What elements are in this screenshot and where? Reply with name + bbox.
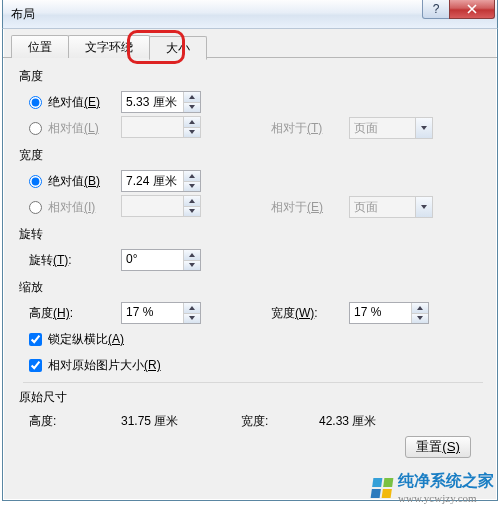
spin-down-icon[interactable] (184, 102, 200, 113)
width-relative-to-label: 相对于(E) (271, 199, 349, 216)
group-scale-title: 缩放 (19, 279, 483, 296)
watermark-text: 纯净系统之家 (398, 471, 494, 492)
close-icon (467, 4, 477, 14)
relative-original-label: 相对原始图片大小(R) (48, 357, 161, 374)
watermark-logo-icon (371, 478, 394, 498)
group-original-title: 原始尺寸 (19, 389, 483, 406)
height-relative-to-label: 相对于(T) (271, 120, 349, 137)
width-absolute-spin[interactable]: 7.24 厘米 (121, 170, 201, 192)
tab-size[interactable]: 大小 (149, 36, 207, 60)
scale-width-spin[interactable]: 17 % (349, 302, 429, 324)
help-button[interactable]: ? (422, 0, 450, 19)
width-relative-label: 相对值(I) (48, 199, 95, 216)
original-width-label: 宽度: (241, 413, 319, 430)
tab-bar: 位置 文字环绕 大小 (3, 29, 497, 58)
titlebar: 布局 ? (2, 0, 498, 29)
rotate-spin[interactable]: 0° (121, 249, 201, 271)
width-relative-spin (121, 195, 201, 217)
original-height-value: 31.75 厘米 (121, 413, 241, 430)
height-relative-label: 相对值(L) (48, 120, 99, 137)
spin-up-icon[interactable] (184, 92, 200, 102)
lock-aspect-label: 锁定纵横比(A) (48, 331, 124, 348)
tab-text-wrap[interactable]: 文字环绕 (68, 35, 150, 58)
separator (23, 382, 483, 383)
width-relative-to-combo: 页面 (349, 196, 433, 218)
original-width-value: 42.33 厘米 (319, 413, 376, 430)
width-relative-radio[interactable] (29, 201, 42, 214)
scale-height-label: 高度(H): (29, 305, 73, 322)
lock-aspect-checkbox[interactable] (29, 333, 42, 346)
relative-original-checkbox[interactable] (29, 359, 42, 372)
group-width-title: 宽度 (19, 147, 483, 164)
scale-height-spin[interactable]: 17 % (121, 302, 201, 324)
tab-position[interactable]: 位置 (11, 35, 69, 58)
height-absolute-radio[interactable] (29, 96, 42, 109)
scale-width-label: 宽度(W): (271, 306, 318, 320)
rotate-label: 旋转(T): (29, 252, 72, 269)
chevron-down-icon (415, 118, 432, 138)
height-relative-spin (121, 116, 201, 138)
window-title: 布局 (11, 6, 423, 23)
group-height-title: 高度 (19, 68, 483, 85)
height-absolute-label: 绝对值(E) (48, 94, 100, 111)
original-height-label: 高度: (29, 413, 121, 430)
group-rotate-title: 旋转 (19, 226, 483, 243)
watermark: 纯净系统之家 www.ycwjzy.com (372, 471, 494, 504)
height-relative-to-combo: 页面 (349, 117, 433, 139)
height-absolute-spin[interactable]: 5.33 厘米 (121, 91, 201, 113)
height-relative-radio[interactable] (29, 122, 42, 135)
width-absolute-radio[interactable] (29, 175, 42, 188)
width-absolute-label: 绝对值(B) (48, 173, 100, 190)
layout-dialog: 布局 ? 位置 文字环绕 大小 高度 绝对值(E) 5.33 厘米 (2, 0, 498, 501)
reset-button[interactable]: 重置(S) (405, 436, 471, 458)
close-button[interactable] (449, 0, 495, 19)
watermark-url: www.ycwjzy.com (398, 492, 494, 504)
